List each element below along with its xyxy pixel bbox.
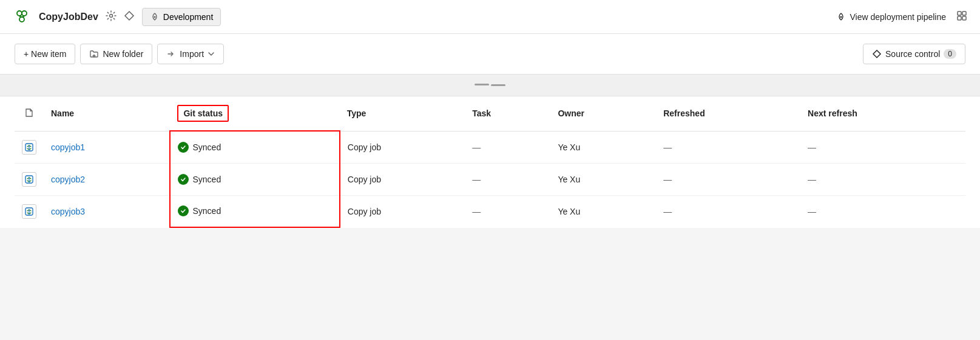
svg-marker-6 — [125, 12, 133, 20]
copyjob-icon — [22, 172, 36, 187]
row-next-refresh: — — [800, 195, 965, 227]
source-control-button[interactable]: Source control 0 — [863, 44, 965, 64]
col-header-task: Task — [465, 96, 550, 131]
table-row: copyjob3 Synced Copy job—Ye Xu—— — [15, 195, 965, 227]
row-refreshed: — — [656, 131, 800, 163]
table-row: copyjob1 Synced Copy job—Ye Xu—— — [15, 131, 965, 163]
row-icon-cell — [15, 195, 44, 227]
new-item-label: + New item — [24, 49, 66, 59]
row-type: Copy job — [340, 131, 465, 163]
toolbar-right: Source control 0 — [863, 44, 965, 64]
row-next-refresh: — — [800, 163, 965, 195]
copyjob-icon — [22, 204, 36, 219]
row-owner: Ye Xu — [550, 195, 656, 227]
row-git-status: Synced — [170, 163, 339, 195]
chevron-down-icon — [208, 50, 215, 58]
svg-point-8 — [840, 16, 842, 18]
row-icon-cell — [15, 131, 44, 163]
svg-rect-12 — [962, 16, 966, 20]
synced-label: Synced — [192, 206, 221, 216]
header-left: CopyJobDev Development — [12, 7, 221, 27]
row-name[interactable]: copyjob1 — [44, 131, 170, 163]
app-title: CopyJobDev — [39, 12, 98, 22]
import-label: Import — [180, 49, 204, 59]
items-table: Name Git status Type Task Owner Refreshe… — [15, 96, 965, 228]
synced-dot — [178, 174, 189, 185]
synced-dot — [178, 142, 189, 153]
table-header-row: Name Git status Type Task Owner Refreshe… — [15, 96, 965, 131]
row-owner: Ye Xu — [550, 163, 656, 195]
synced-dot — [178, 205, 189, 216]
svg-marker-16 — [873, 50, 880, 58]
environment-button[interactable]: Development — [142, 8, 221, 26]
table-container: Name Git status Type Task Owner Refreshe… — [0, 96, 980, 228]
app-grid-icon[interactable] — [956, 10, 968, 24]
toolbar-left: + New item New folder Import — [15, 44, 224, 64]
row-type: Copy job — [340, 163, 465, 195]
synced-badge: Synced — [178, 174, 221, 185]
view-pipeline-button[interactable]: View deployment pipeline — [836, 12, 946, 22]
import-button[interactable]: Import — [157, 44, 224, 64]
synced-label: Synced — [192, 175, 221, 184]
row-name[interactable]: copyjob3 — [44, 195, 170, 227]
synced-badge: Synced — [178, 142, 221, 153]
folder-icon — [89, 49, 99, 59]
svg-point-1 — [22, 11, 27, 16]
svg-rect-11 — [958, 16, 961, 20]
col-header-refreshed: Refreshed — [656, 96, 800, 131]
svg-rect-10 — [962, 12, 966, 15]
col-header-next-refresh: Next refresh — [800, 96, 965, 131]
row-task: — — [465, 195, 550, 227]
checkmark-icon — [180, 144, 186, 150]
new-item-button[interactable]: + New item — [15, 44, 75, 64]
row-refreshed: — — [656, 163, 800, 195]
header: CopyJobDev Development — [0, 0, 980, 34]
settings-icon[interactable] — [106, 10, 117, 23]
col-header-type: Type — [340, 96, 465, 131]
row-type: Copy job — [340, 195, 465, 227]
source-control-badge: 0 — [944, 49, 956, 59]
drag-handle-bottom — [491, 84, 505, 86]
rocket-icon — [150, 12, 160, 22]
divider-row — [0, 75, 980, 96]
file-icon — [24, 108, 34, 118]
source-control-icon — [872, 49, 882, 59]
row-icon-cell — [15, 163, 44, 195]
diamond-icon[interactable] — [124, 10, 135, 23]
row-git-status: Synced — [170, 131, 339, 163]
row-name[interactable]: copyjob2 — [44, 163, 170, 195]
row-task: — — [465, 163, 550, 195]
col-header-owner: Owner — [550, 96, 656, 131]
synced-badge: Synced — [178, 205, 221, 216]
row-task: — — [465, 131, 550, 163]
row-refreshed: — — [656, 195, 800, 227]
row-git-status: Synced — [170, 195, 339, 227]
svg-point-0 — [17, 11, 22, 16]
row-owner: Ye Xu — [550, 131, 656, 163]
view-pipeline-label: View deployment pipeline — [850, 12, 946, 22]
svg-point-7 — [154, 16, 155, 18]
new-folder-button[interactable]: New folder — [80, 44, 152, 64]
svg-point-2 — [19, 17, 24, 22]
toolbar: + New item New folder Import — [0, 34, 980, 75]
environment-label: Development — [163, 12, 214, 22]
row-next-refresh: — — [800, 131, 965, 163]
table-row: copyjob2 Synced Copy job—Ye Xu—— — [15, 163, 965, 195]
checkmark-icon — [180, 176, 186, 182]
app-logo-icon — [12, 7, 32, 27]
import-icon — [166, 49, 176, 59]
header-right: View deployment pipeline — [836, 10, 968, 24]
new-folder-label: New folder — [103, 49, 143, 59]
col-header-name: Name — [44, 96, 170, 131]
svg-point-5 — [109, 15, 112, 18]
pipeline-icon — [836, 12, 846, 22]
source-control-label: Source control — [885, 49, 940, 59]
col-header-icon — [15, 96, 44, 131]
col-header-git-status: Git status — [170, 96, 339, 131]
checkmark-icon — [180, 208, 186, 214]
svg-rect-9 — [958, 12, 961, 15]
copyjob-icon — [22, 140, 36, 155]
synced-label: Synced — [192, 142, 221, 152]
drag-handle-top — [475, 84, 489, 85]
